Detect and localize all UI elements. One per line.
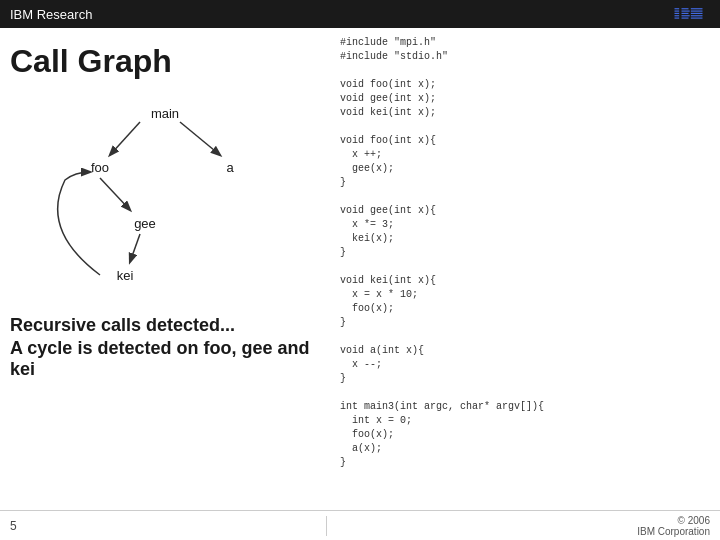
svg-rect-13 [691, 15, 703, 16]
node-main: main [151, 106, 179, 121]
cycle-detection-text: A cycle is detected on foo, gee and kei [10, 338, 320, 380]
edge-main-foo [110, 122, 140, 155]
edge-kei-foo-cycle [58, 172, 100, 275]
recursive-calls-text: Recursive calls detected... [10, 315, 320, 336]
svg-rect-1 [675, 11, 680, 12]
svg-rect-11 [691, 11, 703, 12]
call-graph-title: Call Graph [10, 43, 320, 80]
node-a: a [226, 160, 234, 175]
slide-number: 5 [10, 519, 17, 533]
svg-rect-8 [682, 15, 690, 16]
svg-rect-0 [675, 8, 680, 9]
svg-rect-5 [682, 8, 689, 9]
code-panel: #include "mpi.h" #include "stdio.h" void… [330, 28, 720, 510]
svg-rect-7 [682, 13, 689, 14]
graph-svg: main foo a gee kei [10, 90, 330, 310]
svg-rect-9 [682, 18, 689, 19]
main-content: Call Graph main foo a gee [0, 28, 720, 510]
edge-gee-kei [130, 234, 140, 262]
node-gee: gee [134, 216, 156, 231]
edge-main-a [180, 122, 220, 155]
svg-rect-10 [691, 8, 703, 9]
svg-rect-14 [691, 18, 703, 19]
header-title: IBM Research [10, 7, 92, 22]
divider [326, 516, 327, 536]
footer: 5 © 2006 IBM Corporation [0, 510, 720, 540]
svg-rect-2 [675, 13, 680, 14]
svg-rect-6 [682, 11, 690, 12]
svg-rect-4 [675, 18, 680, 19]
svg-rect-3 [675, 15, 680, 16]
left-panel: Call Graph main foo a gee [0, 28, 330, 510]
svg-rect-12 [691, 13, 703, 14]
edge-foo-gee [100, 178, 130, 210]
call-graph-diagram: main foo a gee kei [10, 90, 330, 310]
copyright: © 2006 IBM Corporation [637, 515, 710, 537]
ibm-logo-icon [674, 7, 710, 21]
node-kei: kei [117, 268, 134, 283]
node-foo: foo [91, 160, 109, 175]
header: IBM Research [0, 0, 720, 28]
